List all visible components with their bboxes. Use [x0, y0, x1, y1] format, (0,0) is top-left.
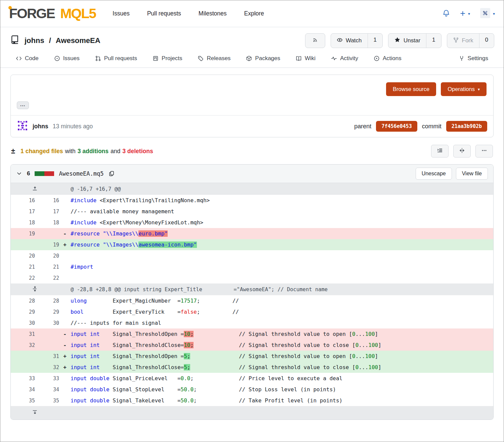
- site-logo[interactable]: FORGE MQL5: [9, 7, 96, 20]
- new-line-number[interactable]: 19: [35, 239, 59, 250]
- old-line-number[interactable]: 29: [11, 306, 35, 317]
- unescape-button[interactable]: Unescape: [416, 168, 452, 180]
- projects-icon: [153, 55, 159, 61]
- old-line-number[interactable]: 28: [11, 295, 35, 306]
- new-line-number[interactable]: 16: [35, 195, 59, 206]
- commit-author-row: johns 13 minutes ago parent 7f456e0453 c…: [11, 115, 493, 137]
- new-line-number[interactable]: 18: [35, 217, 59, 228]
- old-line-number[interactable]: [11, 362, 35, 373]
- new-line-number[interactable]: [35, 340, 59, 351]
- old-line-number[interactable]: 30: [11, 317, 35, 328]
- parent-label: parent: [354, 123, 371, 130]
- rss-button[interactable]: [305, 33, 325, 48]
- diff-line-added: 32+input int Signal_ThresholdClose=5; //…: [11, 362, 493, 373]
- old-line-number[interactable]: 33: [11, 373, 35, 384]
- tab-settings[interactable]: Settings: [459, 55, 488, 62]
- commit-actions: Browse source Operations ▾: [17, 82, 487, 96]
- nav-item-pull-requests[interactable]: Pull requests: [147, 10, 181, 17]
- split-view-button[interactable]: [453, 145, 471, 158]
- expand-commit-message-button[interactable]: ...: [17, 101, 29, 109]
- diff-marker: [59, 384, 71, 395]
- new-line-number[interactable]: [35, 228, 59, 239]
- tab-wiki[interactable]: Wiki: [296, 55, 316, 62]
- chevron-down-icon: ▾: [478, 87, 480, 92]
- old-line-number[interactable]: 20: [11, 250, 35, 261]
- view-file-button[interactable]: View file: [456, 168, 488, 180]
- collapse-file-button[interactable]: [16, 171, 22, 177]
- old-line-number[interactable]: 16: [11, 195, 35, 206]
- old-line-number[interactable]: 21: [11, 261, 35, 272]
- new-line-number[interactable]: 21: [35, 261, 59, 272]
- new-line-number[interactable]: 31: [35, 351, 59, 362]
- old-line-number[interactable]: 17: [11, 206, 35, 217]
- tab-issues[interactable]: Issues: [54, 55, 80, 62]
- old-line-number[interactable]: 31: [11, 328, 35, 340]
- expand-both-icon[interactable]: [11, 283, 59, 295]
- repo-separator: /: [49, 36, 51, 45]
- watch-count[interactable]: 1: [368, 34, 382, 48]
- old-line-number[interactable]: 35: [11, 395, 35, 406]
- old-line-number[interactable]: 34: [11, 384, 35, 395]
- navbar: FORGE MQL5 IssuesPull requestsMilestones…: [0, 0, 504, 27]
- watch-label: Watch: [346, 37, 362, 44]
- tab-activity[interactable]: Activity: [331, 55, 358, 62]
- create-new-button[interactable]: + ▾: [460, 9, 470, 18]
- diff-marker: +: [59, 239, 71, 250]
- new-line-number[interactable]: 33: [35, 373, 59, 384]
- new-line-number[interactable]: 30: [35, 317, 59, 328]
- user-menu[interactable]: ▾: [480, 8, 495, 19]
- page-content: Browse source Operations ▾ ... johns 13 …: [0, 68, 504, 420]
- new-line-number[interactable]: [35, 328, 59, 340]
- diff-marker: [59, 183, 71, 195]
- tab-label: Wiki: [305, 55, 316, 62]
- expand-up-icon[interactable]: [11, 183, 59, 195]
- tab-actions[interactable]: Actions: [374, 55, 402, 62]
- old-line-number[interactable]: 32: [11, 340, 35, 351]
- new-line-number[interactable]: 28: [35, 295, 59, 306]
- old-line-number[interactable]: 19: [11, 228, 35, 239]
- new-line-number[interactable]: 32: [35, 362, 59, 373]
- commit-hash-button[interactable]: 21aa3b902b: [446, 121, 487, 132]
- chevron-down-icon: ▾: [468, 12, 470, 16]
- old-line-number[interactable]: [11, 351, 35, 362]
- copy-path-button[interactable]: [109, 171, 115, 177]
- new-line-number[interactable]: 20: [35, 250, 59, 261]
- fork-action[interactable]: Fork: [447, 34, 479, 48]
- tab-packages[interactable]: Packages: [246, 55, 280, 62]
- new-line-number[interactable]: 22: [35, 272, 59, 283]
- split-view-icon: [459, 147, 465, 155]
- tab-releases[interactable]: Releases: [198, 55, 230, 62]
- operations-label: Operations: [448, 86, 475, 92]
- watch-toggle[interactable]: Watch: [331, 34, 368, 48]
- tab-code[interactable]: Code: [16, 55, 39, 62]
- fork-icon: [453, 37, 459, 45]
- diff-options-button[interactable]: [475, 145, 493, 158]
- old-line-number[interactable]: 18: [11, 217, 35, 228]
- new-line-number[interactable]: 17: [35, 206, 59, 217]
- star-count[interactable]: 1: [426, 34, 441, 48]
- repo-owner-link[interactable]: johns: [25, 36, 44, 45]
- new-line-number[interactable]: 34: [35, 384, 59, 395]
- code-line: input double Signal_StopLevel =50.0; // …: [71, 384, 493, 395]
- nav-item-issues[interactable]: Issues: [113, 10, 130, 17]
- tab-pull-requests[interactable]: Pull requests: [95, 55, 137, 62]
- repo-name-link[interactable]: AwesomeEA: [56, 36, 100, 45]
- new-line-number[interactable]: 35: [35, 395, 59, 406]
- parent-hash-button[interactable]: 7f456e0453: [376, 121, 417, 132]
- new-line-number[interactable]: 29: [35, 306, 59, 317]
- old-line-number[interactable]: 22: [11, 272, 35, 283]
- file-changes-count: 6: [27, 170, 30, 177]
- nav-item-milestones[interactable]: Milestones: [199, 10, 227, 17]
- unstar-toggle[interactable]: Unstar: [388, 34, 426, 48]
- author-avatar[interactable]: [17, 120, 28, 133]
- author-name-link[interactable]: johns: [33, 123, 48, 130]
- nav-item-explore[interactable]: Explore: [244, 10, 264, 17]
- fork-count[interactable]: 0: [479, 34, 494, 48]
- tab-projects[interactable]: Projects: [153, 55, 182, 62]
- old-line-number[interactable]: [11, 239, 35, 250]
- expand-down-icon[interactable]: [11, 406, 59, 419]
- operations-button[interactable]: Operations ▾: [441, 82, 487, 96]
- file-tree-button[interactable]: [431, 145, 449, 158]
- browse-source-button[interactable]: Browse source: [386, 82, 436, 96]
- notifications-bell-icon[interactable]: [443, 9, 450, 18]
